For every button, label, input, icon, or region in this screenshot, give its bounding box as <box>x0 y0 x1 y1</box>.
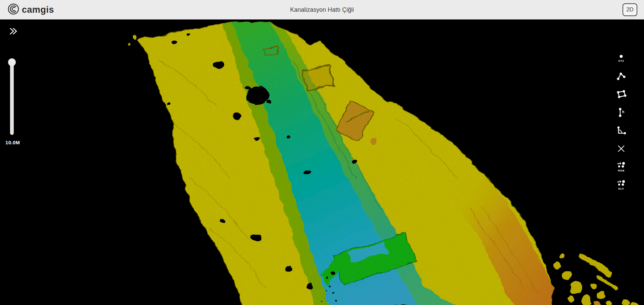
height-measure-tool-button[interactable]: h <box>614 106 628 119</box>
toggle-2d-label: 2D <box>626 6 634 13</box>
right-angle-measure-tool-button[interactable] <box>614 124 628 138</box>
slider-track[interactable] <box>10 62 14 135</box>
double-chevron-right-icon <box>8 32 19 37</box>
clear-measure-x-icon <box>616 144 626 154</box>
height-h-label: h <box>622 110 624 114</box>
toggle-2d-button[interactable]: 2D <box>623 3 637 16</box>
right-angle-measure-icon <box>616 125 627 137</box>
slider-value-label: 10.0M <box>5 140 20 145</box>
pointcloud-render <box>0 19 644 305</box>
rgb-color-mode-icon <box>616 162 626 169</box>
area-polygon-tool-button[interactable] <box>614 88 628 101</box>
app-header: camgis Kanalizasyon Hattı Çiğli 2D <box>0 0 644 19</box>
clear-measure-tool-button[interactable] <box>614 142 628 156</box>
point-xyz-tool-button[interactable]: XYZ <box>614 52 628 65</box>
elv-label: ELV <box>618 188 624 190</box>
angle-measure-tool-button[interactable] <box>614 70 628 83</box>
measure-toolbar: XYZ <box>614 52 629 192</box>
rgb-color-mode-button[interactable]: RGB <box>614 160 628 174</box>
area-polygon-icon <box>616 89 627 100</box>
point-grain-texture <box>0 19 644 305</box>
elevation-color-mode-button[interactable]: ELV <box>614 179 628 192</box>
point-xyz-label: XYZ <box>618 60 624 62</box>
slider-thumb[interactable] <box>8 58 16 66</box>
logo-text: camgis <box>22 5 54 15</box>
rgb-label: RGB <box>618 169 625 172</box>
elevation-color-mode-icon <box>616 180 626 187</box>
pointcloud-viewport[interactable]: 10.0M XYZ <box>0 19 644 305</box>
app-logo[interactable]: camgis <box>7 3 54 16</box>
height-measure-icon: h <box>617 107 626 119</box>
point-xyz-icon <box>617 54 626 59</box>
page-title: Kanalizasyon Hattı Çiğli <box>0 6 644 13</box>
angle-measure-icon <box>616 71 626 82</box>
expand-sidebar-button[interactable] <box>7 26 19 38</box>
camgis-ring-c-logo-icon <box>7 3 19 16</box>
